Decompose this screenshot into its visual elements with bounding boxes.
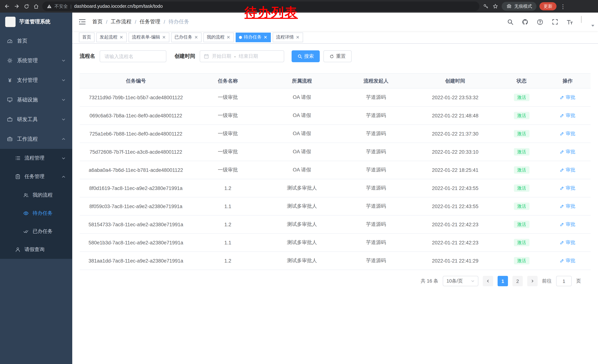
sidebar-item-my-process[interactable]: 我的流程 (0, 186, 72, 204)
close-icon[interactable] (263, 35, 267, 39)
approve-link[interactable]: 审批 (560, 167, 575, 173)
edit-icon (560, 113, 564, 118)
app-shell: 芋道管理系统 首页 系统管理 ¥ 支付管理 (0, 13, 598, 364)
action-cell: 审批 (545, 106, 590, 125)
tab-todo-task[interactable]: 待办任务 (236, 32, 271, 42)
prev-page-button[interactable] (483, 276, 493, 286)
approve-link[interactable]: 审批 (560, 94, 575, 101)
app-logo[interactable]: 芋道管理系统 (0, 13, 72, 31)
key-icon[interactable] (482, 3, 489, 10)
close-icon[interactable] (226, 35, 231, 39)
tab-start-process[interactable]: 发起流程 (96, 32, 127, 42)
approve-link-label: 审批 (566, 130, 575, 137)
next-page-button[interactable] (527, 276, 538, 286)
process-name-input[interactable] (100, 50, 166, 62)
approve-link[interactable]: 审批 (560, 130, 575, 137)
tab-label: 发起流程 (100, 34, 117, 40)
tab-home[interactable]: 首页 (79, 32, 94, 42)
annotation-overlay: 待办列表 (245, 4, 298, 21)
sidebar-item-task-mgmt[interactable]: 任务管理 (0, 167, 72, 186)
yen-icon: ¥ (7, 77, 13, 83)
sidebar-item-home[interactable]: 首页 (0, 31, 72, 51)
approve-link[interactable]: 审批 (560, 203, 575, 210)
sidebar-item-infra[interactable]: 基础设施 (0, 90, 72, 110)
page-button-2[interactable]: 2 (512, 276, 523, 286)
page-unit-label: 页 (576, 278, 581, 284)
process-cell: OA 请假 (264, 88, 340, 106)
browser-menu-icon[interactable]: ⋮ (559, 4, 566, 9)
update-button[interactable]: 更新 (540, 2, 556, 10)
tab-done-task[interactable]: 已办任务 (171, 32, 201, 42)
tab-my-process[interactable]: 我的流程 (203, 32, 234, 42)
approve-link[interactable]: 审批 (560, 239, 575, 246)
sidebar-item-dev-tools[interactable]: 研发工具 (0, 110, 72, 129)
bookmark-star-icon[interactable] (492, 3, 499, 10)
goto-page-input[interactable] (556, 276, 572, 286)
action-cell: 审批 (545, 143, 590, 161)
date-range-picker[interactable]: 开始日期 - 结束日期 (200, 50, 284, 62)
home-icon[interactable] (33, 3, 39, 10)
search-icon[interactable] (507, 18, 514, 25)
process-cell: 测试多审批人 (264, 215, 340, 234)
task-table: 任务编号 任务名称 所属流程 流程发起人 创建时间 状态 操作 73211d9d… (80, 73, 590, 270)
user-avatar[interactable] (581, 16, 592, 27)
close-icon[interactable] (296, 35, 300, 39)
sidebar-item-leave-query[interactable]: 请假查询 (0, 240, 72, 259)
approve-link-label: 审批 (566, 148, 575, 155)
search-button[interactable]: 搜索 (291, 50, 320, 62)
help-icon[interactable] (537, 18, 544, 25)
tab-label: 待办任务 (244, 34, 262, 40)
incognito-badge: 无痕模式 (502, 2, 537, 11)
process-cell: 测试多审批人 (264, 197, 340, 215)
task-id-cell: 75d72608-7b7f-11ec-a3c8-acde48001122 (80, 143, 192, 161)
reset-button[interactable]: 重置 (324, 50, 352, 62)
page-button-1[interactable]: 1 (498, 276, 508, 286)
breadcrumb-home[interactable]: 首页 (92, 18, 103, 25)
page-url[interactable]: dashboard.yudao.iocoder.cn/bpm/task/todo (74, 4, 163, 9)
approve-link[interactable]: 审批 (560, 185, 575, 191)
tab-process-detail[interactable]: 流程详情 (273, 32, 303, 42)
create-time-label: 创建时间 (174, 53, 195, 60)
approve-link[interactable]: 审批 (560, 257, 575, 264)
sidebar-item-label: 待办任务 (33, 210, 53, 217)
approve-link[interactable]: 审批 (560, 221, 575, 228)
close-icon[interactable] (194, 35, 198, 39)
approve-link[interactable]: 审批 (560, 112, 575, 119)
approve-link[interactable]: 审批 (560, 148, 575, 155)
approve-link-label: 审批 (566, 239, 575, 246)
sidebar-item-system[interactable]: 系统管理 (0, 51, 72, 70)
breadcrumb-task-mgmt[interactable]: 任务管理 (140, 18, 160, 25)
back-icon[interactable] (4, 3, 10, 10)
initiator-cell: 芋道源码 (340, 197, 412, 215)
process-cell: 测试多审批人 (264, 252, 340, 270)
edit-icon (560, 95, 564, 100)
sidebar-toggle-icon[interactable] (78, 18, 86, 26)
forward-icon[interactable] (13, 3, 20, 10)
sidebar-item-done-task[interactable]: 已办任务 (0, 222, 72, 240)
tab-label: 首页 (82, 34, 91, 40)
status-cell: 激活 (498, 234, 544, 252)
double-check-icon (23, 228, 29, 234)
sidebar-item-pay[interactable]: ¥ 支付管理 (0, 70, 72, 90)
chevron-down-icon (471, 279, 475, 283)
close-icon[interactable] (162, 35, 166, 39)
close-icon[interactable] (119, 35, 123, 39)
table-row: 73211d9d-7b9b-11ec-b5b7-acde48001122 一级审… (80, 88, 590, 106)
active-dot (239, 36, 242, 39)
sidebar-item-todo-task[interactable]: 待办任务 (0, 204, 72, 222)
reload-icon[interactable] (23, 3, 30, 10)
github-icon[interactable] (522, 18, 529, 25)
task-name-cell: 1.2 (192, 215, 264, 234)
tab-form-edit[interactable]: 流程表单-编辑 (129, 32, 169, 42)
table-row: 58154733-7ac8-11ec-a9e2-a2380e71991a 1.2… (80, 215, 590, 234)
font-size-icon[interactable] (566, 18, 573, 25)
process-cell: OA 请假 (264, 125, 340, 143)
security-label[interactable]: 不安全 (54, 3, 68, 9)
page-size-select[interactable]: 10条/页 (443, 276, 478, 286)
fullscreen-icon[interactable] (551, 18, 558, 25)
goto-label: 前往 (542, 278, 552, 284)
main-area: 首页 / 工作流程 / 任务管理 / 待办任务 (72, 13, 598, 364)
sidebar-item-process-mgmt[interactable]: 流程管理 (0, 149, 72, 167)
breadcrumb-workflow[interactable]: 工作流程 (111, 18, 132, 25)
sidebar-item-workflow[interactable]: 工作流程 (0, 129, 72, 149)
